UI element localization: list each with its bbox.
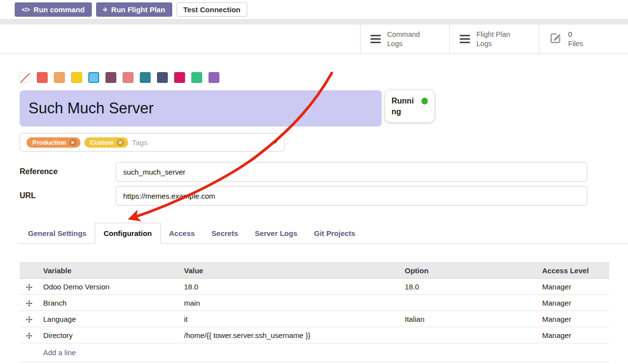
cell-variable[interactable]: Odoo Demo Version bbox=[38, 279, 179, 294]
color-swatch-dark-purple[interactable] bbox=[105, 72, 116, 83]
cell-value[interactable]: it bbox=[179, 312, 400, 327]
color-swatch-fuchsia[interactable] bbox=[174, 72, 185, 83]
url-label: URL bbox=[20, 191, 116, 200]
color-swatch-green[interactable] bbox=[191, 72, 202, 83]
table-row[interactable]: Odoo Demo Version 18.0 18.0 Manager bbox=[20, 279, 609, 295]
menu-icon bbox=[370, 35, 381, 43]
flight-plan-logs-label-line2: Logs bbox=[476, 39, 510, 48]
cell-variable[interactable]: Directory bbox=[38, 328, 179, 343]
notebook-tabs: General Settings Configuration Access Se… bbox=[20, 223, 628, 244]
run-command-button[interactable]: </> Run command bbox=[15, 2, 92, 17]
tag-production[interactable]: Production ✕ bbox=[26, 137, 80, 148]
cell-option[interactable] bbox=[400, 332, 537, 338]
column-header-variable: Variable bbox=[38, 263, 179, 278]
status-badge[interactable]: Running bbox=[385, 90, 434, 122]
close-icon[interactable]: ✕ bbox=[69, 139, 77, 146]
cell-value[interactable]: /home/{{ tower.server.ssh_username }} bbox=[179, 328, 400, 343]
color-picker bbox=[20, 72, 628, 83]
files-button[interactable]: 0 Files bbox=[539, 25, 628, 53]
drag-handle-icon[interactable] bbox=[20, 312, 38, 327]
collapsed-panel-strip bbox=[0, 19, 628, 25]
color-swatch-purple[interactable] bbox=[209, 72, 219, 83]
add-a-line-link[interactable]: Add a line bbox=[43, 348, 76, 357]
column-header-access-level: Access Level bbox=[537, 263, 609, 278]
drag-handle-icon[interactable] bbox=[20, 328, 38, 343]
cell-option[interactable]: Italian bbox=[400, 312, 537, 327]
color-swatch-orange[interactable] bbox=[54, 72, 65, 83]
tab-configuration[interactable]: Configuration bbox=[95, 223, 160, 244]
command-logs-label-line1: Command bbox=[387, 30, 420, 39]
tab-general-settings[interactable]: General Settings bbox=[20, 223, 95, 243]
tag-custom-label: Custom bbox=[90, 139, 114, 146]
cell-value[interactable]: main bbox=[179, 295, 400, 311]
server-name-input[interactable] bbox=[20, 90, 382, 127]
files-label: Files bbox=[568, 39, 583, 48]
color-swatch-light-blue-selected[interactable] bbox=[88, 72, 99, 83]
edit-icon bbox=[549, 32, 562, 46]
cell-variable[interactable]: Language bbox=[38, 312, 179, 327]
flight-plan-logs-button[interactable]: Flight Plan Logs bbox=[449, 25, 539, 53]
cell-access[interactable]: Manager bbox=[537, 328, 609, 343]
status-label: Running bbox=[392, 96, 417, 117]
drag-handle-icon[interactable] bbox=[20, 295, 38, 311]
form-content: Running Production ✕ Custom ✕ Tags Refer… bbox=[0, 72, 628, 362]
tab-server-logs[interactable]: Server Logs bbox=[246, 223, 306, 243]
code-icon: </> bbox=[22, 6, 30, 13]
field-group: Reference URL bbox=[20, 162, 587, 206]
color-swatch-yellow[interactable] bbox=[71, 72, 82, 83]
form-header: Command Logs Flight Plan Logs 0 Files bbox=[0, 25, 628, 54]
color-swatch-salmon[interactable] bbox=[123, 72, 133, 83]
url-input[interactable] bbox=[116, 186, 587, 206]
reference-label: Reference bbox=[20, 167, 116, 176]
top-action-bar: </> Run command ✈ Run Flight Plan Test C… bbox=[0, 0, 628, 19]
table-row[interactable]: Branch main Manager bbox=[20, 295, 609, 311]
cell-access[interactable]: Manager bbox=[537, 295, 609, 311]
files-count: 0 bbox=[568, 30, 583, 39]
run-flight-plan-label: Run Flight Plan bbox=[111, 5, 165, 14]
color-swatch-none[interactable] bbox=[20, 72, 30, 83]
plane-icon: ✈ bbox=[103, 6, 108, 13]
run-command-label: Run command bbox=[33, 5, 84, 14]
reference-input[interactable] bbox=[116, 162, 587, 182]
tab-access[interactable]: Access bbox=[161, 223, 204, 243]
tab-git-projects[interactable]: Git Projects bbox=[306, 223, 364, 243]
tags-placeholder: Tags bbox=[132, 138, 148, 147]
menu-icon bbox=[460, 35, 470, 43]
chevron-down-icon[interactable] bbox=[273, 141, 278, 144]
test-connection-label: Test Connection bbox=[183, 5, 240, 14]
table-row[interactable]: Language it Italian Manager bbox=[20, 311, 609, 327]
tag-custom[interactable]: Custom ✕ bbox=[84, 137, 128, 148]
variables-table: Variable Value Option Access Level Odoo … bbox=[20, 262, 609, 362]
tags-field[interactable]: Production ✕ Custom ✕ Tags bbox=[20, 133, 285, 152]
color-swatch-red[interactable] bbox=[37, 72, 48, 83]
close-icon[interactable]: ✕ bbox=[117, 139, 124, 146]
status-dot bbox=[421, 98, 428, 104]
cell-option[interactable]: 18.0 bbox=[400, 279, 537, 294]
tag-production-label: Production bbox=[32, 139, 66, 146]
command-logs-label-line2: Logs bbox=[387, 39, 420, 48]
drag-handle-icon[interactable] bbox=[20, 279, 38, 294]
column-header-value: Value bbox=[179, 263, 400, 278]
tab-secrets[interactable]: Secrets bbox=[203, 223, 246, 243]
column-header-option: Option bbox=[400, 263, 537, 278]
command-logs-button[interactable]: Command Logs bbox=[360, 25, 449, 53]
table-header-row: Variable Value Option Access Level bbox=[20, 262, 609, 279]
add-line-row: Add a line bbox=[20, 343, 609, 362]
flight-plan-logs-label-line1: Flight Plan bbox=[476, 30, 510, 39]
cell-access[interactable]: Manager bbox=[537, 312, 609, 327]
cell-option[interactable] bbox=[400, 299, 537, 306]
cell-value[interactable]: 18.0 bbox=[179, 279, 400, 294]
run-flight-plan-button[interactable]: ✈ Run Flight Plan bbox=[96, 2, 172, 17]
test-connection-button[interactable]: Test Connection bbox=[177, 2, 247, 17]
color-swatch-dark-blue[interactable] bbox=[157, 72, 168, 83]
drag-column-header bbox=[20, 267, 38, 274]
cell-access[interactable]: Manager bbox=[537, 279, 609, 294]
table-row[interactable]: Directory /home/{{ tower.server.ssh_user… bbox=[20, 327, 609, 343]
cell-variable[interactable]: Branch bbox=[38, 295, 179, 311]
color-swatch-teal[interactable] bbox=[140, 72, 151, 83]
